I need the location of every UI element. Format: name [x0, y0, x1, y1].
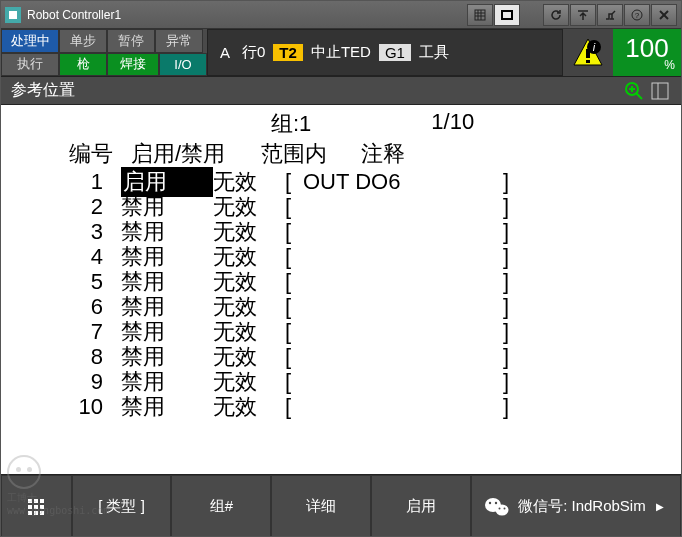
bracket-open: [ [285, 369, 303, 395]
bracket-close: ] [503, 244, 509, 270]
warning-icon: i [563, 29, 613, 76]
status-a: A [216, 44, 234, 61]
bracket-close: ] [503, 269, 509, 295]
app-icon [5, 7, 21, 23]
bracket-open: [ [285, 219, 303, 245]
col-enable: 启用/禁用 [131, 139, 261, 169]
row-number: 6 [11, 294, 121, 320]
status-stop: 中止TED [311, 43, 371, 62]
table-row[interactable]: 8禁用无效[] [11, 344, 671, 369]
table-row[interactable]: 4禁用无效[] [11, 244, 671, 269]
svg-line-19 [636, 93, 642, 99]
svg-rect-0 [9, 11, 17, 19]
bracket-close: ] [503, 344, 509, 370]
col-note: 注释 [361, 139, 405, 169]
window-title: Robot Controller1 [27, 8, 466, 22]
table-row[interactable]: 3禁用无效[] [11, 219, 671, 244]
row-number: 3 [11, 219, 121, 245]
layout-icon[interactable] [649, 80, 671, 102]
zoom-in-icon[interactable] [623, 80, 645, 102]
bracket-close: ] [503, 194, 509, 220]
svg-rect-1 [475, 10, 485, 20]
status-percent: 100% [613, 29, 681, 76]
bracket-open: [ [285, 244, 303, 270]
group-label: 组:1 [271, 109, 311, 139]
bracket-close: ] [503, 169, 509, 195]
bracket-close: ] [503, 319, 509, 345]
row-number: 10 [11, 394, 121, 420]
svg-text:?: ? [635, 11, 640, 20]
row-number: 8 [11, 344, 121, 370]
row-number: 4 [11, 244, 121, 270]
status-g1: G1 [379, 44, 411, 61]
table-row[interactable]: 7禁用无效[] [11, 319, 671, 344]
bracket-close: ] [503, 219, 509, 245]
row-enable[interactable]: 禁用 [121, 392, 213, 422]
titlebar-step-button[interactable] [597, 4, 623, 26]
bracket-open: [ [285, 194, 303, 220]
titlebar-refresh-button[interactable] [543, 4, 569, 26]
footer-menu-button[interactable] [1, 475, 72, 537]
bracket-close: ] [503, 369, 509, 395]
row-number: 5 [11, 269, 121, 295]
status-info: A 行0 T2 中止TED G1 工具 [207, 29, 563, 76]
bracket-open: [ [285, 394, 303, 420]
table-row[interactable]: 1启用无效[OUT DO6] [11, 169, 671, 194]
status-gun[interactable]: 枪 [59, 53, 107, 77]
main-content: 组:1 1/10 编号 启用/禁用 范围内 注释 1启用无效[OUT DO6]2… [1, 105, 681, 474]
svg-point-26 [499, 507, 501, 509]
table-row[interactable]: 6禁用无效[] [11, 294, 671, 319]
bracket-open: [ [285, 319, 303, 345]
bracket-open: [ [285, 269, 303, 295]
svg-point-27 [504, 507, 506, 509]
footer-detail-button[interactable]: 详细 [271, 475, 371, 537]
svg-rect-6 [502, 11, 512, 19]
titlebar-close-button[interactable] [651, 4, 677, 26]
status-abnormal: 异常 [155, 29, 203, 53]
page-indicator: 1/10 [431, 109, 474, 139]
table-row[interactable]: 9禁用无效[] [11, 369, 671, 394]
svg-rect-20 [652, 83, 668, 99]
bracket-close: ] [503, 294, 509, 320]
footer-group-button[interactable]: 组# [171, 475, 271, 537]
col-scope: 范围内 [261, 139, 361, 169]
status-io[interactable]: I/O [159, 53, 207, 77]
chevron-right-icon: ▶ [656, 501, 664, 512]
svg-point-25 [495, 501, 497, 503]
row-scope: 无效 [213, 392, 285, 422]
page-title: 参考位置 [11, 80, 623, 101]
footer-wechat: 微信号: IndRobSim ▶ [471, 475, 681, 537]
status-execute[interactable]: 执行 [1, 53, 59, 77]
status-processing: 处理中 [1, 29, 59, 53]
status-t2: T2 [273, 44, 303, 61]
svg-point-23 [496, 504, 509, 515]
titlebar-up-button[interactable] [570, 4, 596, 26]
titlebar-window-button[interactable] [494, 4, 520, 26]
col-number: 编号 [69, 139, 131, 169]
bracket-open: [ [285, 169, 303, 195]
svg-rect-15 [586, 60, 590, 63]
titlebar-grid-button[interactable] [467, 4, 493, 26]
status-pause: 暂停 [107, 29, 155, 53]
row-number: 9 [11, 369, 121, 395]
status-tool: 工具 [419, 43, 449, 62]
svg-point-24 [489, 501, 491, 503]
status-weld[interactable]: 焊接 [107, 53, 159, 77]
table-row[interactable]: 10禁用无效[] [11, 394, 671, 419]
status-step: 单步 [59, 29, 107, 53]
row-number: 7 [11, 319, 121, 345]
footer-type-button[interactable]: [ 类型 ] [72, 475, 172, 537]
footer-enable-button[interactable]: 启用 [371, 475, 471, 537]
titlebar-help-button[interactable]: ? [624, 4, 650, 26]
bracket-open: [ [285, 344, 303, 370]
table-row[interactable]: 5禁用无效[] [11, 269, 671, 294]
row-note: OUT DO6 [303, 169, 503, 195]
table-row[interactable]: 2禁用无效[] [11, 194, 671, 219]
row-number: 2 [11, 194, 121, 220]
bracket-open: [ [285, 294, 303, 320]
wechat-icon [484, 496, 510, 518]
svg-rect-14 [586, 49, 590, 58]
row-number: 1 [11, 169, 121, 195]
status-run: 行0 [242, 43, 265, 62]
bracket-close: ] [503, 394, 509, 420]
